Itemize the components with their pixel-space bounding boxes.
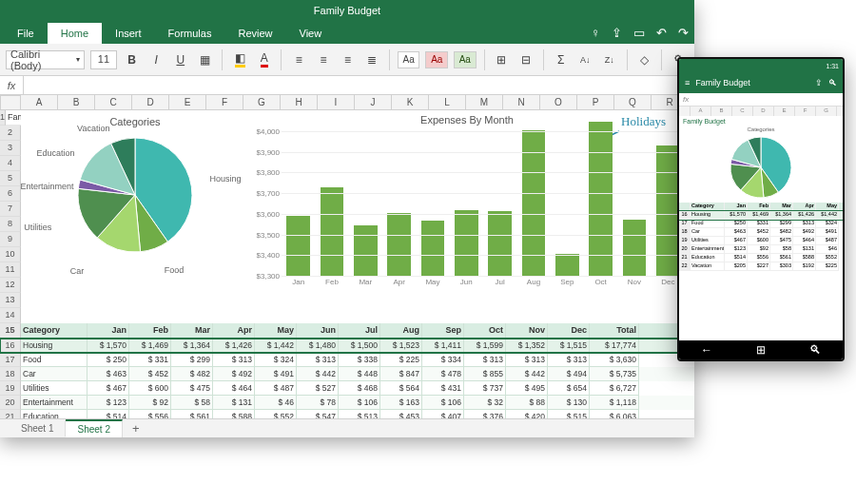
delete-cells-button[interactable]: ⊟ — [516, 50, 535, 69]
column-header[interactable]: H — [281, 95, 318, 110]
pie-chart[interactable]: Categories HousingFoodCarUtilitiesEntert… — [21, 110, 249, 323]
column-header[interactable]: K — [392, 95, 429, 110]
title-bar: Family Budget — [0, 0, 694, 21]
cell-style-2[interactable]: Aa — [425, 51, 448, 68]
ink-annotation: Holidays — [621, 114, 666, 129]
undo-icon[interactable]: ↶ — [656, 26, 667, 40]
sheet-tab[interactable]: Sheet 2 — [66, 419, 122, 437]
window-title: Family Budget — [314, 5, 380, 16]
bar[interactable] — [455, 210, 478, 276]
data-table[interactable]: 15CategoryJanFebMarAprMayJunJulAugSepOct… — [0, 323, 694, 418]
share-icon[interactable]: ⇪ — [612, 26, 622, 40]
bar[interactable] — [387, 213, 411, 276]
bar-title: Expenses By Month — [249, 114, 685, 126]
ribbon: Calibri (Body)▾ 11 B I U ▦ ◧ A ≡ ≡ ≡ ≣ A… — [0, 44, 694, 76]
column-header[interactable]: A — [21, 95, 58, 110]
tab-review[interactable]: Review — [224, 23, 285, 44]
excel-window: Family Budget FileHomeInsertFormulasRevi… — [0, 0, 694, 437]
table-row[interactable]: 17Food$ 250$ 331$ 299$ 313$ 324$ 313$ 33… — [0, 353, 694, 367]
bold-button[interactable]: B — [123, 50, 142, 69]
font-color-button[interactable]: A — [255, 50, 274, 69]
sort-desc-button[interactable]: Z↓ — [600, 50, 619, 69]
search-icon[interactable]: 🔍︎ — [828, 78, 837, 87]
tab-insert[interactable]: Insert — [102, 23, 155, 44]
column-header[interactable]: O — [540, 95, 577, 110]
bar[interactable] — [421, 221, 445, 276]
phone-formula-bar[interactable]: fx — [679, 93, 843, 107]
bar[interactable] — [354, 225, 378, 276]
cell-style-1[interactable]: Aa — [398, 51, 420, 68]
align-top-button[interactable]: ≣ — [362, 50, 381, 69]
italic-button[interactable]: I — [146, 50, 165, 69]
pie-legend-label: Entertainment — [20, 182, 73, 191]
bar[interactable] — [321, 187, 344, 276]
home-icon[interactable]: ⊞ — [756, 343, 766, 357]
redo-icon[interactable]: ↷ — [678, 26, 689, 40]
search-nav-icon[interactable]: 🔍︎ — [809, 343, 821, 357]
table-row[interactable]: 18Car$ 463$ 452$ 482$ 492$ 491$ 442$ 448… — [0, 367, 694, 381]
column-header[interactable]: Q — [614, 95, 652, 110]
table-row[interactable]: 16Housing$ 1,570$ 1,469$ 1,364$ 1,426$ 1… — [0, 339, 694, 353]
sheet-tab[interactable]: Sheet 1 — [10, 420, 66, 436]
fill-color-button[interactable]: ◧ — [230, 50, 249, 69]
tell-me-icon[interactable]: ♀ — [591, 26, 600, 40]
bar-chart[interactable]: Expenses By Month Holidays $3,300$3,400$… — [249, 110, 694, 323]
back-icon[interactable]: ← — [701, 343, 712, 357]
bar[interactable] — [488, 211, 512, 276]
select-all-corner[interactable] — [0, 95, 21, 110]
column-header[interactable]: L — [429, 95, 466, 110]
table-row[interactable]: 19Utilities$ 467$ 600$ 475$ 464$ 487$ 52… — [0, 381, 694, 396]
tab-home[interactable]: Home — [48, 23, 102, 44]
share-icon[interactable]: ⇪ — [815, 78, 823, 87]
tab-view[interactable]: View — [286, 23, 336, 44]
border-button[interactable]: ▦ — [196, 50, 215, 69]
cell-style-3[interactable]: Aa — [454, 51, 477, 68]
book-icon[interactable]: ▭ — [633, 26, 645, 40]
tab-formulas[interactable]: Formulas — [155, 23, 225, 44]
titlebar-actions: ♀ ⇪ ▭ ↶ ↷ — [591, 21, 689, 44]
column-header[interactable]: D — [132, 95, 169, 110]
bar[interactable] — [589, 122, 613, 276]
formula-bar: fx — [0, 76, 694, 95]
column-header[interactable]: N — [503, 95, 540, 110]
pie-legend-label: Car — [70, 266, 85, 276]
font-selector[interactable]: Calibri (Body)▾ — [6, 50, 85, 69]
column-header[interactable]: C — [95, 95, 132, 110]
pie-legend-label: Education — [36, 148, 74, 158]
hamburger-icon[interactable]: ≡ — [685, 78, 690, 87]
spreadsheet-grid[interactable]: ABCDEFGHIJKLMNOPQR 1Family Budget2345678… — [0, 95, 694, 418]
underline-button[interactable]: U — [171, 50, 190, 69]
column-header[interactable]: F — [206, 95, 243, 110]
table-row[interactable]: 20Entertainment$ 123$ 92$ 58$ 131$ 46$ 7… — [0, 396, 694, 410]
pie-legend-label: Vacation — [77, 124, 109, 133]
sort-asc-button[interactable]: A↓ — [575, 50, 594, 69]
align-right-button[interactable]: ≡ — [339, 50, 358, 69]
column-header[interactable]: I — [318, 95, 355, 110]
bar[interactable] — [286, 216, 310, 276]
column-header[interactable]: M — [466, 95, 503, 110]
table-row[interactable]: 21Education$ 514$ 556$ 561$ 588$ 552$ 54… — [0, 410, 694, 418]
pie-title: Categories — [21, 116, 249, 127]
bar[interactable] — [555, 254, 579, 276]
column-header[interactable]: B — [58, 95, 95, 110]
font-size[interactable]: 11 — [90, 50, 117, 69]
clear-button[interactable]: ◇ — [635, 50, 654, 69]
column-header[interactable]: J — [355, 95, 392, 110]
align-left-button[interactable]: ≡ — [289, 50, 308, 69]
phone-title: Family Budget — [695, 78, 750, 87]
phone-mockup: 1:31 ≡ Family Budget ⇪ 🔍︎ fx ABCDEFG Fam… — [677, 57, 845, 361]
pie-legend-label: Housing — [209, 174, 241, 184]
add-sheet-button[interactable]: + — [123, 421, 149, 436]
formula-input[interactable] — [23, 76, 694, 94]
bar[interactable] — [656, 145, 680, 276]
bar[interactable] — [623, 220, 647, 276]
autosum-button[interactable]: Σ — [552, 50, 571, 69]
tab-file[interactable]: File — [4, 23, 48, 44]
column-header[interactable]: E — [169, 95, 206, 110]
align-center-button[interactable]: ≡ — [314, 50, 333, 69]
insert-cells-button[interactable]: ⊞ — [493, 50, 512, 69]
sheet-tabs: Sheet 1Sheet 2+ — [0, 418, 694, 437]
column-header[interactable]: P — [577, 95, 614, 110]
column-header[interactable]: G — [243, 95, 281, 110]
pie-legend-label: Food — [165, 265, 185, 275]
